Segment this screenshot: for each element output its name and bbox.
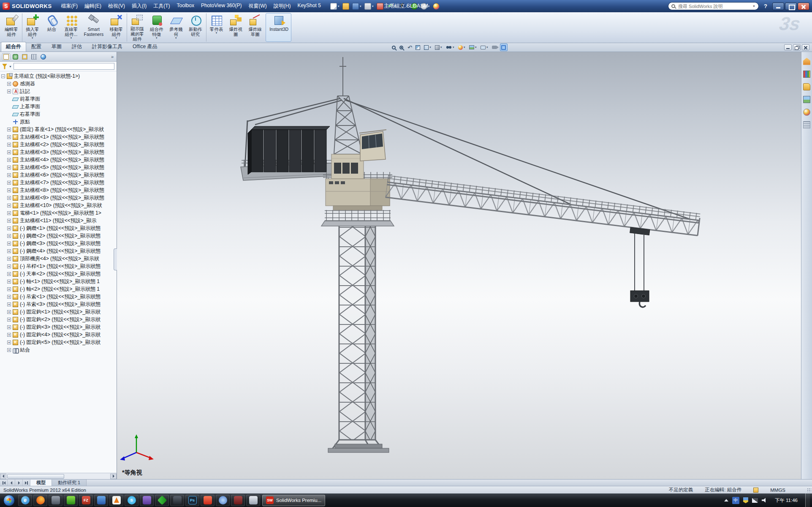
taskbar-app-media-blue[interactable] <box>94 495 108 506</box>
edit-appearance-icon[interactable]: ▼ <box>457 44 467 51</box>
taskbar-app-media-green[interactable] <box>64 495 78 506</box>
operator-cab[interactable] <box>359 130 386 161</box>
tree-item[interactable]: 上基準面 <box>0 103 117 110</box>
taskbar-app-media-purple[interactable] <box>140 495 154 506</box>
taskbar-app-console[interactable] <box>170 495 184 506</box>
tower-base[interactable] <box>328 440 389 452</box>
tree-expander[interactable]: + <box>7 318 11 322</box>
panel-collapse-handle[interactable] <box>114 248 117 270</box>
tree-expander[interactable]: + <box>7 150 11 154</box>
taskbar-app-filezilla[interactable]: FZ <box>79 495 93 506</box>
displaymanager-tab[interactable] <box>39 53 47 60</box>
apply-scene-icon[interactable]: ▼ <box>468 44 478 51</box>
tree-expander[interactable]: + <box>7 264 11 268</box>
command-tab[interactable]: 配置 <box>26 42 46 52</box>
taskbar-app-blue-round[interactable] <box>216 495 230 506</box>
tree-item[interactable]: + 主結構框<4> (預設<<預設>_顯示狀態 <box>0 156 117 164</box>
tree-expander[interactable]: + <box>7 82 11 86</box>
machinery-housing[interactable] <box>331 154 364 179</box>
tree-item[interactable]: 前基準面 <box>0 95 117 103</box>
dimxpertmanager-tab[interactable] <box>30 53 38 60</box>
tree-item[interactable]: + (-) 固定鉤<3> (預設<<預設>_顯示狀 <box>0 323 117 331</box>
featuremanager-tree-tab[interactable] <box>2 53 10 60</box>
tree-expander[interactable]: + <box>7 128 11 131</box>
taskbar-app-vlc[interactable] <box>109 495 123 506</box>
hook-block[interactable] <box>630 234 649 307</box>
file-explorer-icon[interactable] <box>803 82 811 91</box>
graphics-viewport[interactable]: *等角視 <box>117 52 801 479</box>
show-desktop-button[interactable] <box>805 493 810 507</box>
tree-item[interactable]: + 主結構框<9> (預設<<預設>_顯示狀態 <box>0 194 117 202</box>
search-input[interactable] <box>677 3 750 9</box>
tree-expander[interactable]: + <box>7 234 11 238</box>
tree-item[interactable]: + 頂部機房<4> (預設<<預設>_顯示狀 <box>0 255 117 262</box>
previous-view-icon[interactable] <box>406 44 413 51</box>
tree-expander[interactable]: + <box>7 166 11 169</box>
tab-next-button[interactable] <box>15 480 23 486</box>
filter-dropdown-arrow-icon[interactable]: ▼ <box>9 65 12 68</box>
tree-expander[interactable]: + <box>7 204 11 207</box>
hide-show-items-icon[interactable]: ▼ <box>445 44 456 51</box>
tree-expander[interactable]: + <box>7 249 11 253</box>
menu-item[interactable]: 檔案(F) <box>58 1 81 11</box>
panel-overflow-chevron[interactable]: » <box>110 54 114 59</box>
linear-component-pattern-button[interactable]: 直線零 組件... ▼ <box>62 13 81 42</box>
tree-expander[interactable]: − <box>1 74 5 78</box>
tree-item[interactable]: + (-) 吊索<3> (預設<<預設>_顯示狀態 <box>0 300 117 308</box>
mate-button[interactable]: 結合 <box>42 13 62 42</box>
start-button[interactable] <box>3 495 15 506</box>
tree-expander[interactable]: + <box>7 173 11 177</box>
edit-component-button[interactable]: 編輯零 組件 <box>2 13 21 42</box>
taskbar-app-skype[interactable]: S <box>125 495 139 506</box>
main-jib[interactable] <box>385 175 700 241</box>
tree-item[interactable]: + (-) 天車<2> (預設<<預設>_顯示狀態 <box>0 270 117 278</box>
new-document-icon[interactable]: ▼ <box>329 3 341 10</box>
window-minimize-button[interactable] <box>772 3 784 10</box>
tree-expander[interactable]: + <box>7 280 11 283</box>
tree-expander[interactable]: + <box>7 90 11 93</box>
tree-expander[interactable]: + <box>7 287 11 291</box>
design-library-icon[interactable] <box>803 70 811 78</box>
help-search-box[interactable]: ▼ <box>668 2 759 10</box>
tree-item[interactable]: + 結合 <box>0 346 117 354</box>
show-hidden-components-button[interactable]: 顯示隱 藏的零 組件 <box>127 13 147 42</box>
tree-item[interactable]: + (-) 固定鉤<2> (預設<<預設>_顯示狀 <box>0 316 117 323</box>
taskbar-app-ie[interactable]: e <box>18 495 32 506</box>
assembly-features-button[interactable]: 組合件 特徵 ▼ <box>147 13 166 42</box>
tree-item[interactable]: + (-) 鋼纜<2> (預設<<預設>_顯示狀態 <box>0 232 117 240</box>
crane-3d-model[interactable]: *等角視 <box>117 52 801 479</box>
document-minimize-button[interactable] <box>784 44 792 50</box>
tree-item[interactable]: 右基準面 <box>0 110 117 118</box>
tab-last-button[interactable] <box>23 480 30 486</box>
tree-expander[interactable]: + <box>7 143 11 147</box>
menu-item[interactable]: Toolbox <box>174 1 198 11</box>
tree-item[interactable]: 原點 <box>0 118 117 125</box>
tree-item[interactable]: + 註記 <box>0 87 117 95</box>
menu-item[interactable]: 檢視(V) <box>105 1 128 11</box>
command-tab[interactable]: 評估 <box>67 42 87 52</box>
scroll-left-button[interactable] <box>0 474 6 479</box>
tree-expander[interactable]: + <box>7 242 11 245</box>
tree-item[interactable]: + 主結構框<2> (預設<<預設>_顯示狀態 <box>0 141 117 148</box>
tree-expander[interactable]: + <box>7 295 11 299</box>
tree-item[interactable]: + 主結構框<3> (預設<<預設>_顯示狀態 <box>0 148 117 156</box>
tree-expander[interactable]: + <box>7 325 11 329</box>
document-restore-button[interactable] <box>793 44 801 50</box>
tree-item[interactable]: − 主塔組立 (預設<顯示狀態-1>) <box>0 72 117 80</box>
view-orientation-icon[interactable]: ▼ <box>423 44 432 51</box>
search-scope-arrow-icon[interactable]: ▼ <box>752 5 755 8</box>
taskbar-clock[interactable]: 下午 11:46 <box>771 497 801 504</box>
tree-expander[interactable]: + <box>7 135 11 139</box>
tree-item[interactable]: + (-) 固定鉤<5> (預設<<預設>_顯示狀 <box>0 338 117 346</box>
menu-item[interactable]: 插入(I) <box>128 1 150 11</box>
edit-appearance-icon[interactable] <box>432 3 441 10</box>
exploded-view-button[interactable]: 爆炸視 圖 <box>226 13 245 42</box>
taskbar-app-red[interactable] <box>201 495 215 506</box>
slewing-platform[interactable] <box>321 210 394 226</box>
tree-item[interactable]: + 電梯<1> (預設<<預設>_顯示狀態 1> <box>0 209 117 217</box>
delete-icon[interactable] <box>376 3 385 10</box>
view-palette-icon[interactable] <box>803 95 811 104</box>
configurationmanager-tab[interactable] <box>21 53 29 60</box>
taskbar-app-firefox[interactable] <box>33 495 47 506</box>
menu-item[interactable]: 編輯(E) <box>81 1 105 11</box>
